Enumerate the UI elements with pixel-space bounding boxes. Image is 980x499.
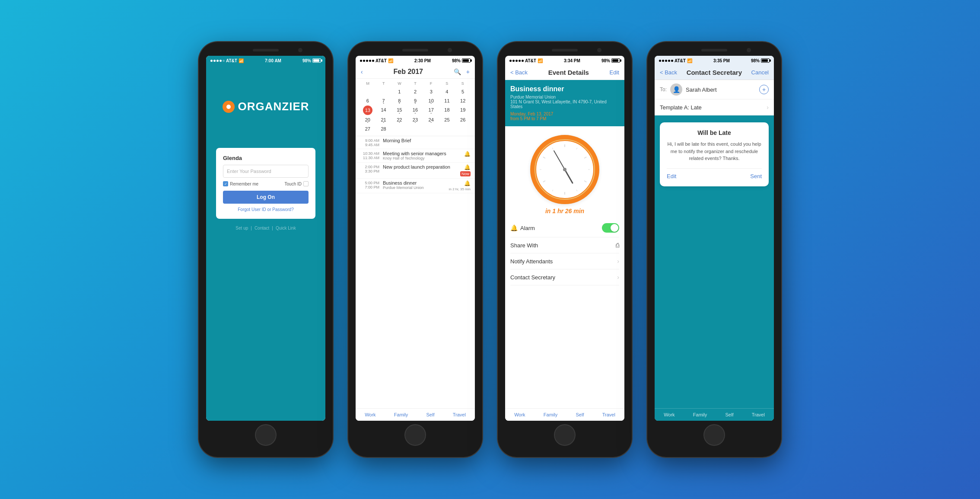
contact-link[interactable]: Contact: [255, 226, 269, 230]
cell-27[interactable]: 27: [360, 125, 375, 133]
app-name: ORGANZIER: [238, 100, 309, 113]
cell-13-wrap[interactable]: 13: [360, 106, 375, 115]
cell-20[interactable]: 20: [360, 115, 375, 124]
quick-link[interactable]: Quick Link: [276, 226, 296, 230]
etab-self[interactable]: Self: [576, 412, 584, 417]
battery-pct-3: 98%: [601, 58, 610, 63]
tab-travel[interactable]: Travel: [453, 412, 466, 417]
cell-15[interactable]: 15: [391, 106, 407, 115]
sent-msg-btn[interactable]: Sent: [750, 173, 762, 179]
search-btn[interactable]: 🔍: [454, 68, 461, 75]
time-1: 7:00 AM: [265, 58, 281, 63]
message-body: Hi, I will be late for this event, could…: [667, 141, 762, 162]
event-date: Monday, Feb 13, 2017: [510, 112, 619, 116]
svg-line-11: [552, 148, 553, 149]
s3: [515, 60, 518, 62]
cell-17[interactable]: 17: [423, 106, 439, 115]
add-contact-btn[interactable]: +: [759, 85, 769, 94]
alarm-toggle[interactable]: [602, 223, 619, 233]
remember-checkbox[interactable]: ✓: [223, 181, 228, 186]
home-button-2[interactable]: [404, 424, 426, 446]
cell-22[interactable]: 22: [391, 115, 407, 124]
edit-btn[interactable]: Edit: [610, 69, 619, 76]
cell-5[interactable]: 5: [455, 87, 471, 96]
tab-self[interactable]: Self: [426, 412, 434, 417]
logo-area: ORGANZIER: [223, 100, 309, 113]
secretary-label: Contact Secretary: [510, 274, 555, 281]
notify-left: Notify Attendants: [510, 258, 553, 265]
dinner-time-badge: in 2 hr, 35 min: [449, 187, 471, 191]
signal-3: [509, 60, 524, 62]
time-3: 3:34 PM: [564, 58, 580, 63]
back-btn-3[interactable]: < Back: [510, 69, 528, 76]
cell-14[interactable]: 14: [376, 106, 391, 115]
cell-23[interactable]: 23: [407, 115, 423, 124]
cell-1[interactable]: 1: [391, 87, 407, 96]
setup-link[interactable]: Set up: [235, 226, 248, 230]
event-meeting[interactable]: 10:30 AM11:30 AM Meeting with senior man…: [356, 149, 475, 163]
s5: [522, 60, 524, 62]
template-label: Template A: Late: [660, 104, 702, 111]
cell-24[interactable]: 24: [423, 115, 439, 124]
edit-msg-btn[interactable]: Edit: [667, 173, 676, 179]
ctab-family[interactable]: Family: [693, 412, 707, 417]
home-button-4[interactable]: [703, 424, 725, 446]
etab-family[interactable]: Family: [544, 412, 557, 417]
cell-9[interactable]: 9: [407, 96, 423, 105]
alarm-icon-2: 🔔: [464, 151, 471, 157]
share-icon[interactable]: ⎙: [616, 242, 619, 249]
cell-26[interactable]: 26: [455, 115, 471, 124]
cell-3[interactable]: 3: [423, 87, 439, 96]
dot3: [216, 60, 219, 62]
event-morning-brief[interactable]: 9:00 AM9:45 AM Morning Brief: [356, 136, 475, 149]
clock-face: [530, 135, 599, 204]
login-button[interactable]: Log On: [223, 191, 309, 204]
d1: [360, 60, 362, 62]
cell-18[interactable]: 18: [439, 106, 455, 115]
tab-work[interactable]: Work: [365, 412, 375, 417]
ctab-travel[interactable]: Travel: [752, 412, 765, 417]
etab-work[interactable]: Work: [514, 412, 525, 417]
clock-area: in 1 hr 26 min: [505, 126, 624, 219]
cell-11[interactable]: 11: [439, 96, 455, 105]
home-button-3[interactable]: [554, 424, 576, 446]
prev-month-btn[interactable]: ‹: [361, 68, 363, 75]
ctab-self[interactable]: Self: [725, 412, 733, 417]
cancel-btn[interactable]: Cancel: [751, 69, 769, 76]
cell-10[interactable]: 10: [423, 96, 439, 105]
event-time-1: 9:00 AM9:45 AM: [360, 138, 379, 147]
calendar-header: ‹ Feb 2017 🔍 +: [356, 65, 475, 79]
event-dinner[interactable]: 5:00 PM7:00 PM Business dinner Purdue Me…: [356, 179, 475, 193]
status-right-3: 98%: [601, 58, 620, 63]
month-title: Feb 2017: [394, 68, 423, 76]
back-btn-4[interactable]: < Back: [660, 69, 677, 76]
cell-16[interactable]: 16: [407, 106, 423, 115]
cell-8[interactable]: 8: [391, 96, 407, 105]
cell-25[interactable]: 25: [439, 115, 455, 124]
home-button-1[interactable]: [255, 424, 277, 446]
status-right-2: 98%: [452, 58, 471, 63]
tab-family[interactable]: Family: [394, 412, 408, 417]
cell-21[interactable]: 21: [376, 115, 391, 124]
forgot-link[interactable]: Forgot User ID or Password?: [223, 207, 309, 212]
add-btn[interactable]: +: [466, 68, 470, 75]
template-row[interactable]: Template A: Late ›: [655, 99, 774, 115]
signal-4: [659, 60, 673, 62]
cell-19[interactable]: 19: [455, 106, 471, 115]
cell-28[interactable]: 28: [376, 125, 391, 133]
cell-4[interactable]: 4: [439, 87, 455, 96]
event-product[interactable]: 2:00 PM3:30 PM New product launch prepar…: [356, 163, 475, 179]
etab-travel[interactable]: Travel: [602, 412, 615, 417]
cell-2[interactable]: 2: [407, 87, 423, 96]
notify-row[interactable]: Notify Attendants ›: [510, 253, 619, 269]
password-field[interactable]: Enter Your Password: [223, 165, 309, 178]
battery-4: [761, 58, 770, 63]
event-tabs: Work Family Self Travel: [505, 408, 624, 421]
cell-6[interactable]: 6: [360, 96, 375, 105]
cell-12[interactable]: 12: [455, 96, 471, 105]
ctab-work[interactable]: Work: [664, 412, 675, 417]
day-s2: S: [455, 81, 471, 86]
cell-7[interactable]: 7: [376, 96, 391, 105]
touch-id-checkbox[interactable]: [303, 181, 309, 186]
secretary-row[interactable]: Contact Secretary ›: [510, 269, 619, 285]
